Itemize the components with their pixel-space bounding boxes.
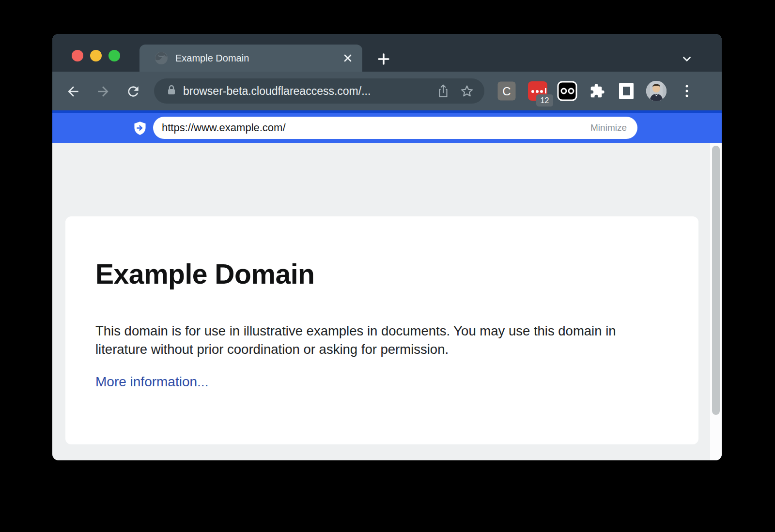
reload-icon[interactable] — [125, 83, 141, 100]
minimize-button[interactable]: Minimize — [590, 122, 627, 133]
traffic-light-close[interactable] — [72, 50, 83, 61]
back-arrow-icon[interactable] — [65, 83, 81, 100]
browser-toolbar: browser-beta.cloudflareaccess.com/... C — [52, 72, 722, 110]
traffic-light-zoom[interactable] — [108, 50, 120, 61]
puzzle-extensions-icon[interactable] — [589, 83, 605, 99]
address-bar-url: browser-beta.cloudflareaccess.com/... — [183, 85, 437, 98]
page-viewport: Example Domain This domain is for use in… — [52, 143, 722, 460]
circle-glyph — [560, 88, 567, 94]
tab-close-icon[interactable] — [341, 51, 355, 65]
forward-arrow-icon[interactable] — [95, 83, 111, 100]
page-paragraph: This domain is for use in illustrative e… — [95, 322, 657, 359]
side-panel-icon[interactable] — [618, 82, 635, 100]
extension-c-icon[interactable]: C — [498, 82, 516, 101]
extension-c-label: C — [502, 84, 511, 98]
lock-icon[interactable] — [167, 84, 176, 98]
content-card: Example Domain This domain is for use in… — [65, 216, 698, 444]
extension-badge: 12 — [536, 94, 553, 106]
more-information-link[interactable]: More information... — [95, 374, 208, 390]
circle-glyph — [568, 88, 574, 94]
browser-window: Example Domain — [52, 34, 722, 460]
traffic-light-minimize[interactable] — [90, 50, 102, 61]
share-icon[interactable] — [437, 84, 450, 98]
active-tab[interactable]: Example Domain — [140, 45, 362, 72]
globe-swirl-icon — [154, 51, 169, 65]
chevron-down-icon[interactable] — [679, 51, 695, 67]
avatar[interactable] — [646, 81, 666, 101]
tab-bar: Example Domain — [52, 34, 722, 72]
red-dots-glyph — [531, 89, 546, 93]
shield-arrow-icon — [133, 121, 147, 137]
remote-url-text: https://www.example.com/ — [162, 122, 590, 134]
star-icon[interactable] — [460, 84, 474, 98]
page-title: Example Domain — [95, 258, 314, 290]
remote-url-input[interactable]: https://www.example.com/ Minimize — [153, 117, 637, 139]
remote-browser-bar: https://www.example.com/ Minimize — [52, 110, 722, 143]
scrollbar-thumb[interactable] — [712, 146, 720, 415]
kebab-menu-icon[interactable] — [686, 85, 688, 97]
extension-red-dots-icon[interactable]: 12 — [528, 81, 547, 101]
extension-two-circles-icon[interactable] — [558, 81, 577, 101]
screenshot-stage: Example Domain — [0, 0, 775, 532]
tab-title: Example Domain — [175, 53, 341, 64]
new-tab-plus-icon[interactable] — [376, 51, 391, 67]
address-bar[interactable]: browser-beta.cloudflareaccess.com/... — [154, 78, 484, 104]
